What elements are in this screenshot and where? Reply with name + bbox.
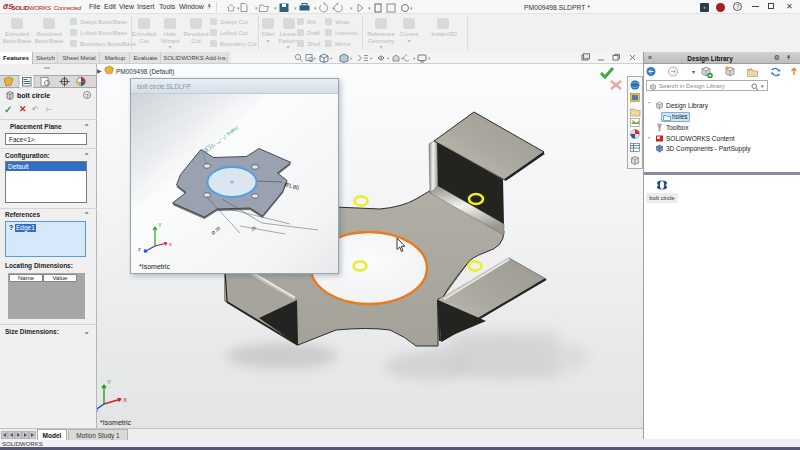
svg-text:▶: ▶	[97, 68, 102, 74]
svg-text:▾: ▾	[330, 56, 333, 61]
svg-text:z: z	[138, 246, 141, 252]
svg-text:▾: ▾	[370, 56, 373, 61]
svg-text:▾: ▾	[413, 56, 416, 61]
svg-text:▾: ▾	[314, 5, 317, 11]
svg-text:▾: ▾	[237, 5, 240, 11]
svg-text:Y: Y	[107, 379, 111, 385]
svg-text:X: X	[123, 397, 127, 403]
svg-text:▾: ▾	[274, 5, 277, 11]
svg-text:x: x	[169, 241, 172, 247]
svg-text:Y: Y	[158, 222, 162, 228]
svg-text:▾: ▾	[387, 56, 390, 61]
svg-text:▾: ▾	[350, 56, 353, 61]
svg-text:▾: ▾	[428, 56, 431, 61]
svg-text:▾: ▾	[294, 5, 297, 11]
svg-text:*Isometric: *Isometric	[139, 263, 171, 270]
svg-text:▾: ▾	[314, 56, 317, 61]
svg-text:▾: ▾	[410, 5, 413, 11]
svg-text:▾: ▾	[255, 5, 258, 11]
svg-text:▾: ▾	[692, 69, 695, 75]
svg-text:▾: ▾	[368, 5, 371, 11]
svg-text:*Isometric: *Isometric	[100, 419, 132, 426]
svg-text:PM009498 (Default): PM009498 (Default)	[116, 68, 174, 76]
svg-text:▾: ▾	[350, 5, 353, 11]
